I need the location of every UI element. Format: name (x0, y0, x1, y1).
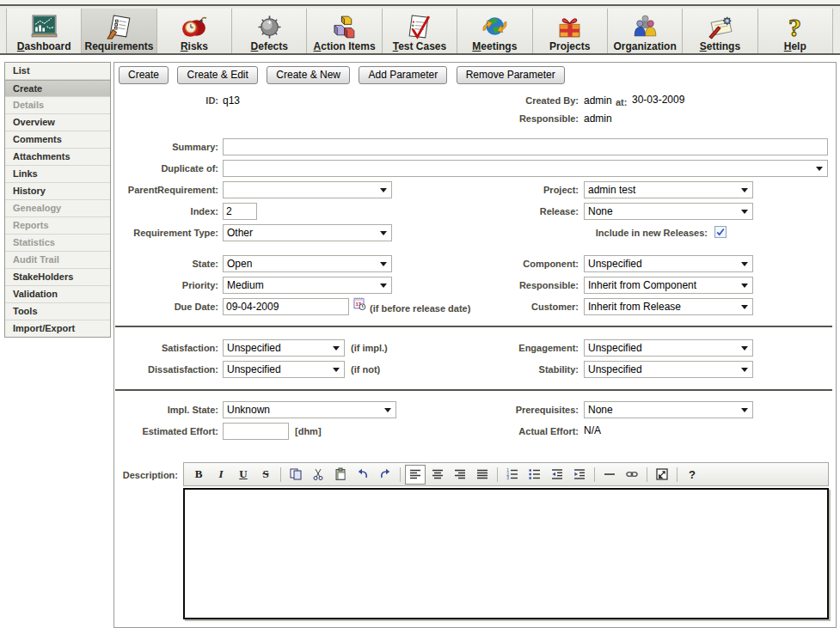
remove-parameter-button[interactable]: Remove Parameter (457, 66, 565, 84)
calendar-icon[interactable]: 17 (353, 296, 366, 311)
create-and-edit-button[interactable]: Create & Edit (177, 66, 257, 84)
parent-requirement-select[interactable] (223, 181, 392, 198)
chevron-down-icon (741, 305, 748, 309)
toolbar-item-action-items[interactable]: Action Items (307, 9, 382, 53)
satisfaction-note: (if impl.) (351, 339, 388, 357)
cut-button[interactable] (308, 465, 328, 485)
svg-text:?: ? (788, 14, 801, 40)
dissatisfaction-label: Dissatisfaction: (116, 361, 218, 378)
toolbar-item-test-cases[interactable]: Test Cases (383, 9, 457, 53)
indent-icon (573, 467, 586, 481)
redo-button[interactable] (375, 465, 395, 485)
undo-button[interactable] (353, 465, 373, 485)
priority-select[interactable]: Medium (223, 277, 392, 294)
project-select[interactable]: admin test (584, 181, 753, 198)
state-select[interactable]: Open (223, 255, 392, 272)
create-and-new-button[interactable]: Create & New (267, 66, 350, 84)
toolbar-item-help[interactable]: ? Help (758, 9, 833, 53)
sidebar-item-create[interactable]: Create (5, 80, 110, 97)
projects-icon (555, 14, 584, 40)
sidebar-item-history[interactable]: History (5, 183, 110, 200)
toolbar-label-meetings: Meetings (472, 40, 517, 52)
copy-button[interactable] (285, 465, 306, 485)
sidebar-item-list[interactable]: List (5, 63, 110, 80)
strikethrough-button[interactable]: S (255, 465, 276, 485)
include-new-releases-checkbox[interactable] (714, 226, 727, 238)
impl-state-select[interactable]: Unknown (223, 401, 396, 418)
requirement-type-label: Requirement Type: (116, 224, 218, 241)
prerequisites-select[interactable]: None (584, 401, 753, 418)
sidebar-item-attachments[interactable]: Attachments (5, 149, 110, 166)
chevron-down-icon (816, 167, 823, 171)
add-parameter-button[interactable]: Add Parameter (359, 66, 447, 84)
estimated-effort-unit: [dhm] (295, 423, 322, 440)
create-button[interactable]: Create (119, 66, 169, 84)
created-at-value: 30-03-2009 (632, 91, 684, 108)
popup-editor-button[interactable] (652, 465, 672, 485)
dashboard-icon (30, 14, 58, 40)
satisfaction-select[interactable]: Unspecified (223, 339, 345, 357)
sidebar-item-import-export[interactable]: Import/Export (5, 320, 110, 337)
main-content: Create Create & Edit Create & New Add Pa… (113, 62, 837, 628)
section-divider-1 (115, 326, 832, 327)
sidebar-item-links[interactable]: Links (5, 166, 110, 183)
id-label: ID: (116, 92, 218, 109)
settings-icon (706, 14, 734, 40)
estimated-effort-input[interactable] (223, 423, 289, 440)
toolbar-item-risks[interactable]: Risks (157, 9, 232, 53)
italic-button[interactable]: I (211, 465, 231, 485)
due-date-input[interactable] (223, 298, 349, 315)
sidebar-item-comments[interactable]: Comments (5, 131, 110, 149)
toolbar-label-risks: Risks (181, 40, 208, 52)
responsible-select[interactable]: Inherit from Component (584, 277, 753, 294)
horizontal-rule-button[interactable] (599, 465, 620, 485)
due-date-label: Due Date: (116, 298, 218, 315)
sidebar-item-genealogy: Genealogy (5, 200, 110, 217)
toolbar-item-defects[interactable]: Defects (232, 9, 307, 53)
underline-button[interactable]: U (233, 465, 254, 485)
align-left-button[interactable] (405, 465, 426, 485)
sidebar-item-stakeholders[interactable]: StakeHolders (5, 269, 110, 286)
toolbar-separator (594, 467, 595, 482)
bold-button[interactable]: B (188, 465, 209, 485)
created-by-value: admin (584, 92, 612, 109)
summary-input[interactable] (223, 138, 828, 155)
indent-button[interactable] (569, 465, 590, 485)
toolbar-label-action-items: Action Items (314, 40, 376, 52)
outdent-button[interactable] (547, 465, 567, 485)
release-select[interactable]: None (584, 203, 753, 220)
summary-label: Summary: (116, 138, 218, 155)
help-icon: ? (781, 14, 809, 40)
duplicate-of-select[interactable] (223, 160, 828, 177)
toolbar-item-settings[interactable]: Settings (683, 9, 757, 53)
description-label: Description: (116, 466, 178, 484)
description-editor-area[interactable] (183, 488, 829, 619)
sidebar-item-audit-trail: Audit Trail (5, 252, 110, 269)
align-right-button[interactable] (450, 465, 470, 485)
engagement-select[interactable]: Unspecified (584, 339, 753, 357)
chevron-down-icon (741, 262, 748, 266)
toolbar-item-requirements[interactable]: Requirements (82, 9, 156, 53)
sidebar-item-overview[interactable]: Overview (5, 114, 110, 131)
stability-select[interactable]: Unspecified (584, 361, 753, 378)
sidebar-item-tools[interactable]: Tools (5, 303, 110, 320)
customer-select[interactable]: Inherit from Release (584, 298, 753, 315)
description-editor-toolbar: B I U S 123 (183, 462, 829, 486)
toolbar-item-meetings[interactable]: Meetings (457, 9, 532, 53)
dissatisfaction-select[interactable]: Unspecified (223, 361, 345, 378)
toolbar-item-organization[interactable]: Organization (608, 9, 683, 53)
insert-link-button[interactable] (622, 465, 642, 485)
bullet-list-button[interactable] (524, 465, 545, 485)
editor-help-button[interactable]: ? (682, 465, 702, 485)
sidebar-item-validation[interactable]: Validation (5, 286, 110, 303)
toolbar-item-dashboard[interactable]: Dashboard (6, 9, 82, 53)
paste-button[interactable] (330, 465, 351, 485)
release-label: Release: (455, 203, 579, 220)
ordered-list-button[interactable]: 123 (502, 465, 523, 485)
align-center-button[interactable] (427, 465, 448, 485)
component-select[interactable]: Unspecified (584, 255, 753, 272)
justify-button[interactable] (472, 465, 493, 485)
requirement-type-select[interactable]: Other (223, 224, 392, 241)
toolbar-item-projects[interactable]: Projects (533, 9, 608, 53)
index-input[interactable] (223, 203, 257, 220)
